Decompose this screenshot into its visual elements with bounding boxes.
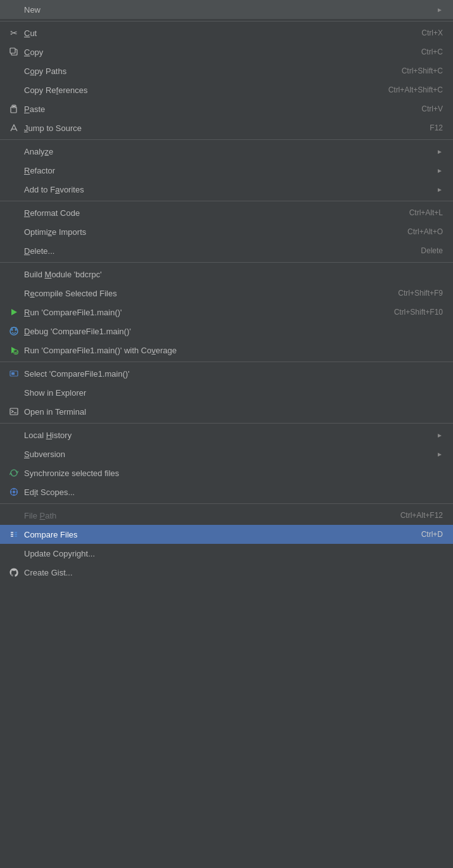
separator-5 [0, 362, 453, 362]
run-shortcut: Ctrl+Shift+F10 [394, 308, 443, 317]
local-history-label: Local History [24, 431, 434, 440]
delete-shortcut: Delete [421, 246, 443, 255]
new-label: New [24, 5, 434, 15]
refactor-arrow: ► [434, 167, 443, 174]
menu-item-copy[interactable]: Copy Ctrl+C [0, 42, 453, 61]
svg-rect-1 [10, 48, 15, 53]
cut-shortcut: Ctrl+X [421, 28, 443, 37]
jump-shortcut: F12 [430, 123, 443, 132]
menu-item-refactor[interactable]: Refactor ► [0, 161, 453, 180]
menu-item-jump-to-source[interactable]: Jump to Source F12 [0, 118, 453, 137]
jump-icon [8, 123, 20, 132]
optimize-label: Optimize Imports [24, 227, 395, 237]
file-path-shortcut: Ctrl+Alt+F12 [400, 511, 443, 520]
favorites-arrow: ► [434, 186, 443, 193]
menu-item-add-to-favorites[interactable]: Add to Favorites ► [0, 180, 453, 199]
select-icon [8, 369, 20, 378]
menu-item-copy-references[interactable]: Copy References Ctrl+Alt+Shift+C [0, 80, 453, 99]
menu-item-copy-paths[interactable]: Copy Paths Ctrl+Shift+C [0, 61, 453, 80]
menu-item-compare-files[interactable]: Compare Files Ctrl+D [0, 525, 453, 544]
svg-point-7 [10, 327, 18, 335]
separator-1 [0, 21, 453, 22]
menu-item-recompile[interactable]: Recompile Selected Files Ctrl+Shift+F9 [0, 284, 453, 303]
compare-icon [8, 530, 20, 539]
svg-marker-6 [11, 309, 17, 315]
menu-item-run-coverage[interactable]: Run 'CompareFile1.main()' with Coverage [0, 341, 453, 360]
sync-icon [8, 469, 20, 477]
scope-icon [8, 487, 20, 496]
jump-to-source-label: Jump to Source [24, 123, 417, 133]
svg-point-9 [15, 329, 17, 331]
svg-rect-17 [11, 372, 15, 375]
open-terminal-label: Open in Terminal [24, 407, 443, 417]
copy-references-label: Copy References [24, 85, 376, 95]
new-arrow: ► [434, 6, 443, 13]
menu-item-delete[interactable]: Delete... Delete [0, 241, 453, 260]
menu-item-open-terminal[interactable]: Open in Terminal [0, 402, 453, 421]
analyze-label: Analyze [24, 147, 434, 156]
reformat-shortcut: Ctrl+Alt+L [409, 208, 443, 217]
run-label: Run 'CompareFile1.main()' [24, 308, 382, 317]
show-explorer-label: Show in Explorer [24, 388, 443, 398]
recompile-label: Recompile Selected Files [24, 289, 385, 298]
select-label: Select 'CompareFile1.main()' [24, 369, 443, 379]
separator-6 [0, 423, 453, 424]
run-icon [8, 308, 20, 317]
menu-item-synchronize[interactable]: Synchronize selected files [0, 463, 453, 482]
refactor-label: Refactor [24, 166, 434, 175]
menu-item-show-in-explorer[interactable]: Show in Explorer [0, 383, 453, 402]
subversion-label: Subversion [24, 450, 434, 459]
menu-item-create-gist[interactable]: Create Gist... [0, 563, 453, 582]
debug-label: Debug 'CompareFile1.main()' [24, 327, 443, 336]
menu-item-run[interactable]: Run 'CompareFile1.main()' Ctrl+Shift+F10 [0, 303, 453, 322]
menu-item-file-path[interactable]: File Path Ctrl+Alt+F12 [0, 506, 453, 525]
create-gist-label: Create Gist... [24, 568, 443, 577]
debug-icon [8, 326, 20, 336]
synchronize-label: Synchronize selected files [24, 469, 443, 478]
analyze-arrow: ► [434, 148, 443, 155]
svg-rect-4 [13, 106, 15, 107]
menu-item-debug[interactable]: Debug 'CompareFile1.main()' [0, 322, 453, 341]
svg-point-8 [11, 329, 13, 331]
delete-label: Delete... [24, 246, 408, 256]
coverage-icon [8, 346, 20, 355]
menu-item-edit-scopes[interactable]: Edit Scopes... [0, 482, 453, 501]
copy-paths-label: Copy Paths [24, 66, 389, 76]
menu-item-update-copyright[interactable]: Update Copyright... [0, 544, 453, 563]
file-path-label: File Path [24, 511, 388, 520]
subversion-arrow: ► [434, 451, 443, 458]
menu-item-new[interactable]: New ► [0, 0, 453, 19]
separator-7 [0, 503, 453, 504]
build-module-label: Build Module 'bdcrpc' [24, 270, 443, 279]
separator-3 [0, 201, 453, 201]
menu-item-cut[interactable]: ✂ Cut Ctrl+X [0, 23, 453, 42]
menu-item-local-history[interactable]: Local History ► [0, 425, 453, 444]
terminal-icon [8, 407, 20, 416]
menu-item-reformat-code[interactable]: Reformat Code Ctrl+Alt+L [0, 203, 453, 222]
update-copyright-label: Update Copyright... [24, 549, 443, 558]
separator-2 [0, 139, 453, 140]
menu-item-select[interactable]: Select 'CompareFile1.main()' [0, 364, 453, 383]
edit-scopes-label: Edit Scopes... [24, 487, 443, 497]
menu-item-analyze[interactable]: Analyze ► [0, 142, 453, 161]
github-icon [8, 568, 20, 577]
add-to-favorites-label: Add to Favorites [24, 185, 434, 194]
context-menu: New ► ✂ Cut Ctrl+X Copy Ctrl+C Copy Path… [0, 0, 453, 582]
cut-label: Cut [24, 28, 409, 38]
local-history-arrow: ► [434, 432, 443, 439]
menu-item-paste[interactable]: Paste Ctrl+V [0, 99, 453, 118]
compare-shortcut: Ctrl+D [421, 530, 443, 539]
svg-point-21 [13, 491, 15, 493]
paste-shortcut: Ctrl+V [421, 104, 443, 113]
menu-item-optimize-imports[interactable]: Optimize Imports Ctrl+Alt+O [0, 222, 453, 241]
copy-shortcut: Ctrl+C [421, 47, 443, 56]
menu-item-build-module[interactable]: Build Module 'bdcrpc' [0, 265, 453, 284]
scissors-icon: ✂ [8, 28, 20, 38]
paste-icon [8, 104, 20, 113]
menu-item-subversion[interactable]: Subversion ► [0, 444, 453, 463]
reformat-label: Reformat Code [24, 208, 397, 218]
optimize-shortcut: Ctrl+Alt+O [407, 227, 443, 236]
copy-paths-shortcut: Ctrl+Shift+C [402, 66, 443, 75]
recompile-shortcut: Ctrl+Shift+F9 [398, 289, 443, 298]
copy-references-shortcut: Ctrl+Alt+Shift+C [388, 85, 443, 94]
